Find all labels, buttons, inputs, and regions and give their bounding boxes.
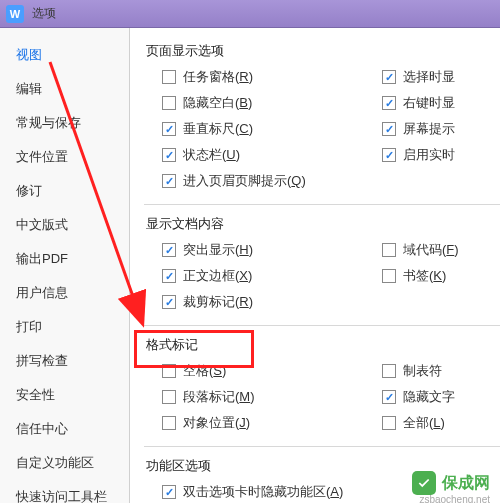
checkbox[interactable]: ✓ xyxy=(382,96,396,110)
display-left-option-0[interactable]: 任务窗格(R) xyxy=(144,68,364,86)
sidebar-item-5[interactable]: 中文版式 xyxy=(0,208,129,242)
checkbox[interactable] xyxy=(382,243,396,257)
doc-left-option-1[interactable]: ✓正文边框(X) xyxy=(144,267,364,285)
watermark-icon xyxy=(412,471,436,495)
option-label: 正文边框(X) xyxy=(183,267,252,285)
sidebar-item-7[interactable]: 用户信息 xyxy=(0,276,129,310)
titlebar: W 选项 xyxy=(0,0,500,28)
checkbox[interactable] xyxy=(162,416,176,430)
option-label: 隐藏文字 xyxy=(403,388,455,406)
option-label: 突出显示(H) xyxy=(183,241,253,259)
option-label: 屏幕提示 xyxy=(403,120,455,138)
doc-left-option-0[interactable]: ✓突出显示(H) xyxy=(144,241,364,259)
checkbox[interactable] xyxy=(162,96,176,110)
checkbox[interactable]: ✓ xyxy=(382,122,396,136)
checkbox[interactable] xyxy=(382,364,396,378)
checkbox[interactable]: ✓ xyxy=(162,295,176,309)
section-title-display: 页面显示选项 xyxy=(144,42,500,60)
option-label: 状态栏(U) xyxy=(183,146,240,164)
checkbox[interactable]: ✓ xyxy=(382,148,396,162)
main-panel: 页面显示选项 任务窗格(R)隐藏空白(B)✓垂直标尺(C)✓状态栏(U)✓进入页… xyxy=(130,28,500,503)
fmt-right-option-0[interactable]: 制表符 xyxy=(364,362,500,380)
sidebar-item-4[interactable]: 修订 xyxy=(0,174,129,208)
sidebar-item-2[interactable]: 常规与保存 xyxy=(0,106,129,140)
option-label: 双击选项卡时隐藏功能区(A) xyxy=(183,483,343,501)
sidebar-item-0[interactable]: 视图 xyxy=(0,38,129,72)
watermark: 保成网 xyxy=(412,471,490,495)
option-label: 书签(K) xyxy=(403,267,446,285)
fmt-left-option-2[interactable]: 对象位置(J) xyxy=(144,414,364,432)
option-label: 垂直标尺(C) xyxy=(183,120,253,138)
option-label: 全部(L) xyxy=(403,414,445,432)
display-left-option-4[interactable]: ✓进入页眉页脚提示(Q) xyxy=(144,172,364,190)
sidebar-item-1[interactable]: 编辑 xyxy=(0,72,129,106)
checkbox[interactable]: ✓ xyxy=(382,70,396,84)
option-label: 选择时显 xyxy=(403,68,455,86)
display-right-option-2[interactable]: ✓屏幕提示 xyxy=(364,120,500,138)
option-label: 裁剪标记(R) xyxy=(183,293,253,311)
sidebar: 视图编辑常规与保存文件位置修订中文版式输出PDF用户信息打印拼写检查安全性信任中… xyxy=(0,28,130,503)
checkbox[interactable]: ✓ xyxy=(162,148,176,162)
display-right-option-1[interactable]: ✓右键时显 xyxy=(364,94,500,112)
sidebar-item-12[interactable]: 自定义功能区 xyxy=(0,446,129,480)
doc-right-option-1[interactable]: 书签(K) xyxy=(364,267,500,285)
display-left-option-2[interactable]: ✓垂直标尺(C) xyxy=(144,120,364,138)
divider xyxy=(144,325,500,326)
checkbox[interactable]: ✓ xyxy=(162,122,176,136)
display-right-option-0[interactable]: ✓选择时显 xyxy=(364,68,500,86)
window-title: 选项 xyxy=(32,5,56,22)
display-left-option-1[interactable]: 隐藏空白(B) xyxy=(144,94,364,112)
checkbox[interactable]: ✓ xyxy=(382,390,396,404)
sidebar-item-9[interactable]: 拼写检查 xyxy=(0,344,129,378)
watermark-url: zsbaocheng.net xyxy=(419,494,490,503)
fmt-right-option-1[interactable]: ✓隐藏文字 xyxy=(364,388,500,406)
checkbox[interactable] xyxy=(162,364,176,378)
option-label: 启用实时 xyxy=(403,146,455,164)
section-title-doccontent: 显示文档内容 xyxy=(144,215,500,233)
checkbox[interactable]: ✓ xyxy=(162,485,176,499)
checkbox[interactable]: ✓ xyxy=(162,174,176,188)
sidebar-item-6[interactable]: 输出PDF xyxy=(0,242,129,276)
watermark-text: 保成网 xyxy=(442,473,490,494)
checkbox[interactable] xyxy=(382,269,396,283)
option-label: 段落标记(M) xyxy=(183,388,255,406)
doc-left-option-2[interactable]: ✓裁剪标记(R) xyxy=(144,293,364,311)
checkbox[interactable] xyxy=(162,390,176,404)
option-label: 隐藏空白(B) xyxy=(183,94,252,112)
sidebar-item-13[interactable]: 快速访问工具栏 xyxy=(0,480,129,503)
doc-right-option-0[interactable]: 域代码(F) xyxy=(364,241,500,259)
checkbox[interactable]: ✓ xyxy=(162,269,176,283)
display-right-option-3[interactable]: ✓启用实时 xyxy=(364,146,500,164)
option-label: 右键时显 xyxy=(403,94,455,112)
display-left-option-3[interactable]: ✓状态栏(U) xyxy=(144,146,364,164)
checkbox[interactable]: ✓ xyxy=(162,243,176,257)
fmt-right-option-2[interactable]: 全部(L) xyxy=(364,414,500,432)
app-icon: W xyxy=(6,5,24,23)
checkbox[interactable] xyxy=(162,70,176,84)
option-label: 制表符 xyxy=(403,362,442,380)
fmt-left-option-1[interactable]: 段落标记(M) xyxy=(144,388,364,406)
option-label: 空格(S) xyxy=(183,362,226,380)
fmt-left-option-0[interactable]: 空格(S) xyxy=(144,362,364,380)
option-label: 任务窗格(R) xyxy=(183,68,253,86)
divider xyxy=(144,446,500,447)
sidebar-item-8[interactable]: 打印 xyxy=(0,310,129,344)
sidebar-item-3[interactable]: 文件位置 xyxy=(0,140,129,174)
checkbox[interactable] xyxy=(382,416,396,430)
sidebar-item-10[interactable]: 安全性 xyxy=(0,378,129,412)
section-title-formatmark: 格式标记 xyxy=(144,336,500,354)
sidebar-item-11[interactable]: 信任中心 xyxy=(0,412,129,446)
option-label: 进入页眉页脚提示(Q) xyxy=(183,172,306,190)
option-label: 对象位置(J) xyxy=(183,414,250,432)
option-label: 域代码(F) xyxy=(403,241,459,259)
divider xyxy=(144,204,500,205)
